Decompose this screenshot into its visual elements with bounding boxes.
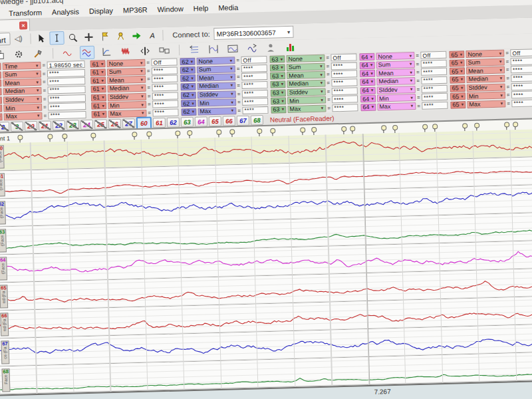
channel-select-ch61[interactable]: 61▼ bbox=[90, 77, 106, 85]
measurement-type-dropdown[interactable]: Mean▼ bbox=[197, 73, 235, 82]
channel-select-ch64[interactable]: 64▼ bbox=[359, 53, 374, 61]
channel-tab-64[interactable]: 64(Face bbox=[0, 257, 7, 280]
menu-window[interactable]: Window bbox=[157, 5, 183, 13]
channel-button-63[interactable]: 63 bbox=[181, 116, 194, 126]
channel-select-ch65[interactable]: 65▼ bbox=[450, 67, 465, 75]
measurement-type-dropdown[interactable]: Min▼ bbox=[287, 96, 326, 105]
measurement-type-dropdown[interactable]: None▼ bbox=[106, 59, 145, 68]
channel-select-ch62[interactable]: 62▼ bbox=[181, 91, 196, 99]
device-combobox[interactable]: MP36R1306003657 ▼ bbox=[213, 26, 293, 40]
measurement-type-dropdown[interactable]: Median▼ bbox=[466, 75, 505, 84]
tile-windows-button[interactable] bbox=[0, 48, 7, 62]
xy-plot-button[interactable] bbox=[99, 45, 114, 59]
channel-select-ch62[interactable]: 62▼ bbox=[180, 83, 196, 91]
text-annotation-tool[interactable]: A bbox=[145, 29, 160, 43]
channel-button-62[interactable]: 62 bbox=[167, 117, 180, 127]
measurement-type-dropdown[interactable]: Stddev▼ bbox=[467, 83, 505, 92]
cycle-wave-button[interactable] bbox=[245, 41, 260, 55]
channel-select-ch61[interactable]: 61▼ bbox=[90, 85, 106, 93]
fit-waveform-button[interactable] bbox=[225, 42, 241, 56]
amplitude-scale-button[interactable] bbox=[138, 44, 153, 58]
measurement-type-dropdown[interactable]: Mean▼ bbox=[376, 68, 415, 77]
channel-select-ch63[interactable]: 63▼ bbox=[271, 106, 286, 114]
measurement-type-dropdown[interactable]: Sum▼ bbox=[107, 67, 146, 76]
channel-select-ch61[interactable]: 61▼ bbox=[91, 110, 106, 118]
channel-tab-63[interactable]: 63(Face bbox=[0, 229, 7, 252]
channel-select-ch61[interactable]: 61▼ bbox=[90, 68, 106, 76]
measurement-type-dropdown[interactable]: Stddev▼ bbox=[3, 95, 42, 104]
crosshair-tool[interactable] bbox=[81, 31, 96, 45]
measurement-type-dropdown[interactable]: Stddev▼ bbox=[377, 86, 416, 94]
channel-button-25-hidden[interactable]: 25 bbox=[94, 119, 107, 129]
channel-select-ch63[interactable]: 63▼ bbox=[270, 72, 285, 80]
single-wave-button[interactable] bbox=[61, 46, 76, 60]
channel-select-ch61[interactable]: 61▼ bbox=[91, 94, 106, 102]
measurement-type-dropdown[interactable]: Min▼ bbox=[3, 104, 42, 112]
measurement-type-dropdown[interactable]: Sum▼ bbox=[287, 63, 325, 71]
select-arrow-tool[interactable] bbox=[33, 31, 49, 45]
channel-select-ch65[interactable]: 65▼ bbox=[450, 92, 466, 100]
channel-select-ch63[interactable]: 63▼ bbox=[270, 64, 285, 72]
channel-tab-65[interactable]: 65ed (Fa bbox=[0, 285, 8, 308]
channel-select-ch64[interactable]: 64▼ bbox=[360, 86, 376, 94]
channel-button-67[interactable]: 67 bbox=[237, 115, 249, 125]
channel-tab-67[interactable]: 67ce (Fa bbox=[1, 340, 9, 364]
channel-select-ch63[interactable]: 63▼ bbox=[270, 80, 285, 88]
channel-select-ch65[interactable]: 65▼ bbox=[450, 84, 466, 92]
channel-select-ch63[interactable]: 63▼ bbox=[269, 55, 285, 63]
channel-select-ch60[interactable]: 60▼ bbox=[0, 71, 1, 79]
autoscale-waveforms-button[interactable] bbox=[206, 43, 221, 57]
channel-button-24-hidden[interactable]: 24 bbox=[80, 119, 93, 129]
measurement-type-dropdown[interactable]: Stddev▼ bbox=[108, 92, 146, 101]
channel-select-ch62[interactable]: 62▼ bbox=[180, 74, 196, 82]
menu-transform[interactable]: Transform bbox=[9, 8, 42, 17]
channel-select-ch61[interactable]: 61▼ bbox=[91, 102, 106, 110]
channel-select-ch60[interactable]: 60▼ bbox=[0, 63, 1, 70]
measurement-type-dropdown[interactable]: Max▼ bbox=[287, 105, 326, 114]
measurement-type-dropdown[interactable]: Mean▼ bbox=[466, 66, 505, 75]
measurement-type-dropdown[interactable]: Stddev▼ bbox=[287, 88, 326, 96]
menu-analysis[interactable]: Analysis bbox=[52, 7, 79, 16]
channel-button-26-hidden[interactable]: 26 bbox=[108, 118, 121, 128]
channel-button-22-hidden[interactable]: 22 bbox=[53, 120, 65, 130]
play-arrow-tool[interactable] bbox=[129, 29, 144, 43]
channel-select-ch64[interactable]: 64▼ bbox=[360, 95, 376, 103]
measurement-type-dropdown[interactable]: Min▼ bbox=[108, 101, 146, 110]
channel-select-ch64[interactable]: 64▼ bbox=[360, 70, 375, 78]
channel-tab-61[interactable]: 61(Face bbox=[0, 173, 5, 196]
channel-select-ch60[interactable]: 60▼ bbox=[0, 105, 2, 113]
channel-select-ch63[interactable]: 63▼ bbox=[271, 97, 286, 105]
channel-tab-62[interactable]: 62(Face bbox=[0, 201, 6, 224]
channel-button-21-hidden[interactable]: 21 bbox=[39, 120, 51, 130]
measurement-type-dropdown[interactable]: None▼ bbox=[376, 52, 414, 61]
menu-mp36r[interactable]: MP36R bbox=[123, 5, 148, 14]
measurement-type-dropdown[interactable]: Max▼ bbox=[467, 100, 505, 108]
channel-button-23-hidden[interactable]: 23 bbox=[66, 120, 79, 130]
channel-select-ch64[interactable]: 64▼ bbox=[360, 104, 376, 112]
waveform-chart[interactable]: 60(Face61(Face62(Face63(Face64(Face65ed … bbox=[0, 129, 532, 396]
channel-button-68[interactable]: 68 bbox=[251, 115, 263, 125]
measurement-type-dropdown[interactable]: Min▼ bbox=[467, 92, 505, 100]
channel-button-61[interactable]: 61 bbox=[153, 117, 166, 127]
autoscale-horizontal-button[interactable] bbox=[187, 43, 202, 57]
close-tab-icon[interactable]: × bbox=[19, 21, 27, 29]
measurement-type-dropdown[interactable]: None▼ bbox=[466, 50, 504, 59]
ibeam-selection-tool[interactable] bbox=[49, 31, 65, 45]
channel-select-ch60[interactable]: 60▼ bbox=[0, 96, 2, 104]
measurement-type-dropdown[interactable]: Max▼ bbox=[377, 102, 416, 111]
channel-tab-68[interactable]: 68Face bbox=[2, 368, 11, 392]
channel-button-66[interactable]: 66 bbox=[223, 116, 235, 126]
channel-select-ch60[interactable]: 60▼ bbox=[0, 88, 2, 96]
channel-button-2-hidden[interactable]: 2 bbox=[0, 122, 9, 132]
flag-event-tool[interactable] bbox=[97, 30, 112, 44]
measurement-type-dropdown[interactable]: Max▼ bbox=[198, 107, 236, 116]
channel-select-ch65[interactable]: 65▼ bbox=[450, 59, 465, 67]
channel-select-ch61[interactable]: 61▼ bbox=[90, 60, 105, 68]
channel-tab-60[interactable]: 60(Face bbox=[0, 145, 5, 168]
channel-select-ch65[interactable]: 65▼ bbox=[450, 76, 465, 84]
measurement-type-dropdown[interactable]: Median▼ bbox=[197, 82, 235, 90]
zoom-magnifier-tool[interactable] bbox=[65, 31, 80, 45]
channel-select-ch65[interactable]: 65▼ bbox=[449, 51, 464, 59]
menu-help[interactable]: Help bbox=[194, 4, 209, 13]
compressed-waves-button[interactable] bbox=[118, 45, 134, 59]
